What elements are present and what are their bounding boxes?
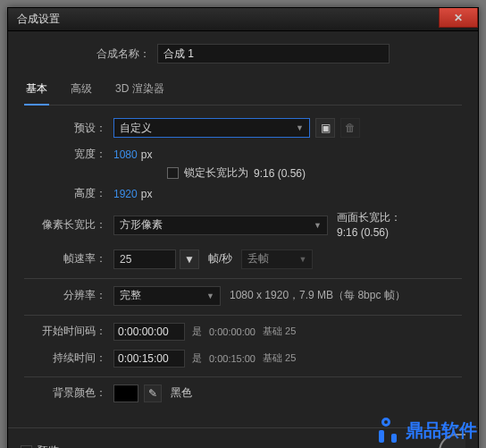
separator <box>24 315 462 316</box>
width-value[interactable]: 1080 <box>113 148 138 161</box>
separator <box>24 278 462 279</box>
fps-input[interactable]: 25 <box>113 249 176 269</box>
start-label: 开始时间码： <box>24 324 113 339</box>
lock-aspect-checkbox[interactable] <box>167 167 179 179</box>
dur-tc: 0:00:15:00 <box>209 353 256 364</box>
save-preset-button[interactable]: ▣ <box>315 118 335 138</box>
bg-color-name: 黑色 <box>171 385 192 401</box>
width-label: 宽度： <box>24 147 113 162</box>
chevron-down-icon: ▼ <box>314 221 322 230</box>
eyedropper-button[interactable]: ✎ <box>144 385 162 402</box>
resolution-info: 1080 x 1920，7.9 MB（每 8bpc 帧） <box>230 288 406 303</box>
trash-icon: 🗑 <box>345 122 356 134</box>
height-value[interactable]: 1920 <box>113 188 138 200</box>
window-title: 合成设置 <box>8 12 60 27</box>
frame-aspect: 画面长宽比： 9:16 (0.56) <box>337 210 401 241</box>
comp-name-input[interactable] <box>157 44 390 63</box>
fps-label: 帧速率： <box>24 251 113 266</box>
duration-input[interactable] <box>113 350 185 368</box>
start-tc: 0:00:00:00 <box>209 326 256 337</box>
composition-settings-dialog: 合成设置 ✕ 合成名称： 基本 高级 3D 渲染器 预设： 自定义▼ ▣ 🗑 宽… <box>7 7 479 448</box>
chevron-down-icon: ▼ <box>296 123 304 132</box>
save-icon: ▣ <box>321 122 331 134</box>
start-timecode-input[interactable] <box>113 323 185 341</box>
chevron-down-icon: ▼ <box>298 255 306 264</box>
drop-frame-select[interactable]: 丢帧▼ <box>241 249 313 269</box>
bg-label: 背景颜色： <box>24 385 113 401</box>
dur-is: 是 <box>192 351 202 365</box>
fps-unit: 帧/秒 <box>208 251 232 266</box>
preset-label: 预设： <box>24 121 113 136</box>
par-label: 像素长宽比： <box>24 217 113 232</box>
watermark: 鼎品软件 <box>375 418 477 443</box>
eyedropper-icon: ✎ <box>148 387 157 400</box>
fps-dropdown-button[interactable]: ▼ <box>180 249 199 269</box>
chevron-down-icon: ▼ <box>184 253 195 266</box>
close-button[interactable]: ✕ <box>439 8 478 28</box>
dur-base: 基础 25 <box>263 351 296 365</box>
start-is: 是 <box>192 325 202 338</box>
height-label: 高度： <box>24 186 113 201</box>
par-select[interactable]: 方形像素▼ <box>113 216 328 235</box>
watermark-text: 鼎品软件 <box>406 418 477 443</box>
tab-basic[interactable]: 基本 <box>24 78 49 106</box>
bg-color-swatch[interactable] <box>113 385 138 402</box>
preview-label: 预览 <box>38 444 59 448</box>
comp-name-label: 合成名称： <box>96 46 157 62</box>
resolution-select[interactable]: 完整▼ <box>113 286 221 306</box>
delete-preset-button[interactable]: 🗑 <box>340 118 360 138</box>
lock-aspect-ratio: 9:16 (0.56) <box>254 167 306 180</box>
close-icon: ✕ <box>454 12 463 24</box>
dur-label: 持续时间： <box>24 351 113 366</box>
tabs: 基本 高级 3D 渲染器 <box>24 78 462 106</box>
lock-aspect-label: 锁定长宽比为 <box>184 165 248 181</box>
tab-advanced[interactable]: 高级 <box>69 78 94 105</box>
preset-select[interactable]: 自定义▼ <box>113 118 310 138</box>
width-unit: px <box>141 148 153 161</box>
separator <box>24 376 462 377</box>
titlebar: 合成设置 ✕ <box>8 8 478 31</box>
height-unit: px <box>141 188 153 200</box>
watermark-logo-icon <box>375 418 400 443</box>
start-base: 基础 25 <box>263 325 296 338</box>
res-label: 分辨率： <box>24 288 113 303</box>
chevron-down-icon: ▼ <box>206 292 214 300</box>
tab-renderer[interactable]: 3D 渲染器 <box>113 78 166 105</box>
